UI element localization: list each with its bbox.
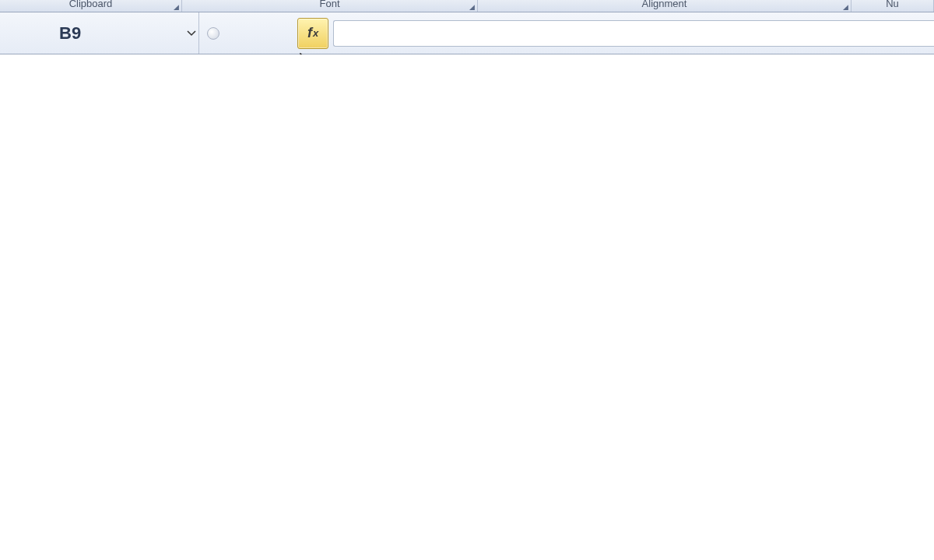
ribbon-group-label: Font [319, 0, 339, 9]
name-box-wrap: B9 [0, 12, 199, 54]
formula-bar-row: B9 fx [0, 12, 934, 54]
ribbon-group-alignment: Alignment ◢ [478, 0, 851, 12]
ribbon-group-font: Font ◢ [182, 0, 478, 12]
name-box-dropdown[interactable] [184, 26, 198, 40]
ribbon-group-label: Alignment [642, 0, 687, 9]
dialog-launcher-icon[interactable]: ◢ [841, 3, 849, 11]
insert-function-button[interactable]: fx [297, 18, 328, 49]
formula-bar[interactable] [333, 20, 934, 47]
dialog-launcher-icon[interactable]: ◢ [172, 3, 180, 11]
name-box[interactable]: B9 [54, 22, 184, 45]
formula-controls [199, 27, 219, 40]
cancel-icon[interactable] [207, 27, 219, 40]
ribbon-group-strip: Clipboard ◢ Font ◢ Alignment ◢ Nu [0, 0, 934, 12]
dialog-launcher-icon[interactable]: ◢ [468, 3, 476, 11]
ribbon-group-clipboard: Clipboard ◢ [0, 0, 182, 12]
ribbon-group-label: Clipboard [69, 0, 113, 9]
ribbon-group-number: Nu [851, 0, 934, 12]
ribbon-group-label: Nu [886, 0, 899, 9]
